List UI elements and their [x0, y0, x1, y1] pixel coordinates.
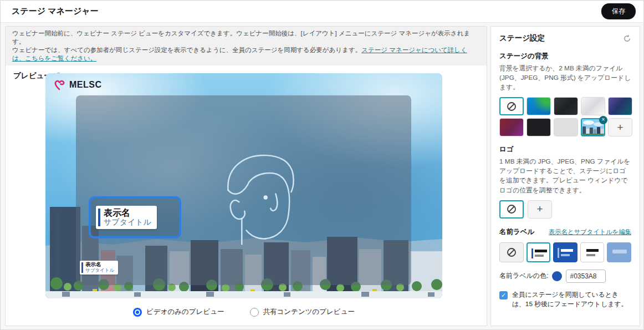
stage-logo[interactable]: MELSC: [53, 79, 102, 91]
radio-shared-label: 共有コンテンツのプレビュー: [263, 307, 355, 317]
radio-video-label: ビデオのみのプレビュー: [146, 307, 224, 317]
page-title: ステージ マネージャー: [12, 6, 99, 17]
refresh-icon[interactable]: [623, 34, 631, 43]
radio-shared-content[interactable]: 共有コンテンツのプレビュー: [250, 307, 355, 317]
stage-preview[interactable]: MELSC 表示名 サブタイトル 表示名 サブタイトル: [45, 73, 442, 298]
label-style-plain[interactable]: [580, 242, 605, 262]
remove-background-button[interactable]: ×: [599, 116, 607, 124]
background-thumbnail-light-silk[interactable]: [581, 97, 605, 115]
label-color-input[interactable]: [566, 270, 606, 283]
name-label-chip: 表示名 サブタイトル: [96, 206, 157, 229]
none-icon: [507, 101, 517, 111]
display-name-text: 表示名: [104, 208, 151, 218]
label-style-none[interactable]: [499, 242, 524, 262]
stage-settings-panel: ステージ設定 ステージの背景 背景を選択するか、2 MB 未満のファイル (JP…: [490, 26, 640, 326]
background-thumbnail-black[interactable]: [527, 118, 551, 136]
save-button[interactable]: 保存: [601, 3, 636, 19]
check-icon: ✓: [501, 292, 506, 298]
background-section-description: 背景を選択するか、2 MB 未満のファイル (JPG、JPEG、PNG 形式) …: [499, 64, 631, 92]
label-color-caption: 名前ラベルの色:: [499, 271, 548, 281]
background-thumbnail-gray[interactable]: [554, 118, 578, 136]
name-label-section-title: 名前ラベル: [499, 227, 534, 237]
logo-options: +: [499, 200, 631, 219]
settings-title: ステージ設定: [499, 33, 545, 43]
add-background-button[interactable]: +: [608, 118, 632, 136]
preview-panel: ウェビナー開始前に、ウェビナー ステージ ビューをカスタマイズできます。ウェビナ…: [5, 26, 487, 326]
close-icon: ×: [602, 116, 605, 123]
sync-fadeout-checkbox[interactable]: ✓: [499, 291, 508, 299]
plus-icon: +: [617, 121, 623, 134]
name-label-style-options: [499, 242, 631, 262]
avatar-placeholder-icon: [222, 131, 313, 267]
label-style-white-selected[interactable]: [527, 242, 551, 262]
background-thumbnail-grid: × +: [499, 97, 631, 136]
name-label-drag-handle[interactable]: 表示名 サブタイトル: [89, 196, 181, 238]
background-thumbnail-dark-wave[interactable]: [554, 97, 578, 115]
background-thumbnail-purple-teal[interactable]: [608, 97, 632, 115]
none-icon: [507, 247, 517, 257]
logo-section-title: ロゴ: [499, 145, 631, 154]
subtitle-text-small: サブタイトル: [85, 268, 114, 273]
preview-mode-radios: ビデオのみのプレビュー 共有コンテンツのプレビュー: [45, 307, 442, 317]
banner-line1: ウェビナー開始前に、ウェビナー ステージ ビューをカスタマイズできます。ウェビナ…: [12, 30, 470, 45]
radio-unselected-icon: [250, 308, 259, 317]
plus-icon: +: [536, 203, 543, 215]
logo-none-button[interactable]: [499, 200, 524, 219]
top-header: ステージ マネージャー 保存: [1, 1, 643, 23]
background-thumbnail-none[interactable]: [499, 97, 524, 115]
banner-line2: ウェビナーでは、すべての参加者が同じステージ設定を表示できるように、全員のステー…: [12, 47, 361, 53]
name-label-chip-small: 表示名 サブタイトル: [80, 261, 118, 275]
radio-selected-icon: [133, 308, 142, 317]
radio-video-only[interactable]: ビデオのみのプレビュー: [133, 307, 224, 317]
label-color-swatch[interactable]: [552, 271, 562, 281]
background-thumbnail-red-purple[interactable]: [499, 118, 524, 136]
edit-display-name-link[interactable]: 表示名とサブタイトルを編集: [549, 228, 631, 236]
label-style-blue[interactable]: [553, 242, 577, 262]
background-thumbnail-city-selected[interactable]: ×: [581, 118, 605, 136]
label-style-translucent[interactable]: [607, 242, 631, 262]
logo-section-description: 1 MB 未満の JPG、JPEG、PNG ファイルをアップロードすることで、ス…: [499, 157, 631, 195]
info-banner: ウェビナー開始前に、ウェビナー ステージ ビューをカスタマイズできます。ウェビナ…: [6, 27, 487, 65]
stage-manager-page: ステージ マネージャー 保存 ウェビナー開始前に、ウェビナー ステージ ビューを…: [0, 0, 644, 330]
sync-fadeout-label: 全員にステージを同期しているときは、15 秒後にフェードアウトします。: [512, 290, 631, 309]
none-icon: [507, 204, 517, 214]
brand-heart-icon: [53, 79, 67, 91]
background-section-title: ステージの背景: [499, 52, 631, 61]
background-thumbnail-blue-green[interactable]: [527, 97, 551, 115]
sync-fadeout-option: ✓ 全員にステージを同期しているときは、15 秒後にフェードアウトします。: [499, 290, 631, 309]
add-logo-button[interactable]: +: [528, 200, 552, 219]
label-color-row: 名前ラベルの色:: [499, 270, 631, 283]
subtitle-text: サブタイトル: [104, 218, 151, 226]
brand-text: MELSC: [69, 80, 102, 90]
